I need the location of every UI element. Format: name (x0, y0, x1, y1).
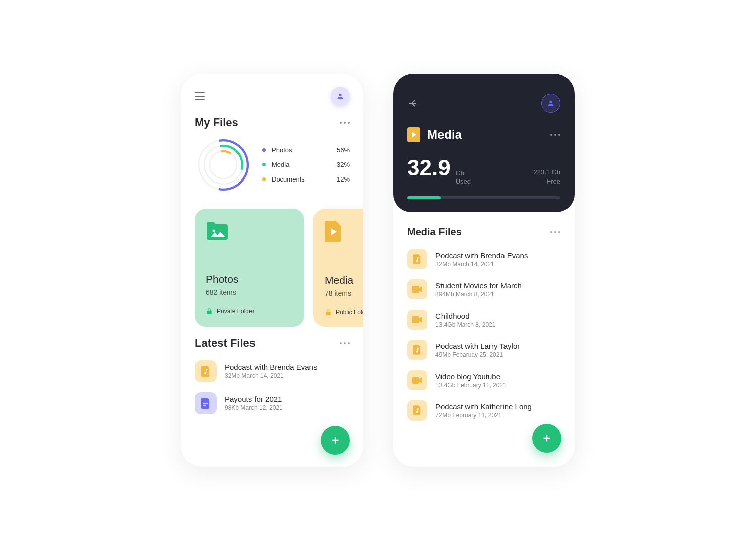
list-item[interactable]: Podcast with Brenda Evans 32Mb March 14,… (181, 355, 363, 387)
section-title: Media Files (407, 226, 462, 238)
latest-files-header: Latest Files (181, 332, 363, 353)
legend-label: Photos (272, 146, 337, 154)
audio-file-icon (407, 340, 427, 360)
file-info: Podcast with Larry Taylor49Mb Febaruay 2… (435, 342, 520, 358)
card-footer-label: Public Folder (336, 309, 363, 316)
progress-bar (407, 196, 560, 199)
progress-fill (407, 196, 441, 199)
list-item[interactable]: Podcast with Larry Taylor49Mb Febaruay 2… (393, 335, 575, 365)
file-meta: 72Mb February 11, 2021 (435, 412, 532, 419)
card-subtitle: 78 items (325, 289, 363, 297)
video-file-icon (407, 310, 427, 330)
file-meta: 98Kb March 12, 2021 (225, 404, 283, 411)
usage-chart-row: Photos 56% Media 32% Documents 12% (181, 132, 363, 204)
file-info: Student Movies for March894Mb March 8, 2… (435, 281, 522, 298)
file-name: Payouts for 2021 (225, 395, 283, 403)
add-button[interactable] (532, 424, 561, 453)
card-footer: Public Folder (325, 309, 363, 316)
svg-rect-11 (412, 377, 419, 384)
play-file-icon (325, 221, 363, 244)
audio-file-icon (195, 360, 217, 382)
legend-label: Media (272, 161, 337, 168)
file-info: Podcast with Katherine Long72Mb February… (435, 402, 532, 419)
document-file-icon (195, 392, 217, 414)
list-item[interactable]: Childhood13.4Gb March 8, 2021 (393, 305, 575, 335)
file-name: Student Movies for March (435, 281, 522, 290)
latest-files-list: Podcast with Brenda Evans 32Mb March 14,… (181, 353, 363, 419)
list-item[interactable]: Payouts for 2021 98Kb March 12, 2021 (181, 387, 363, 419)
profile-button[interactable] (541, 94, 560, 113)
svg-point-3 (201, 142, 245, 187)
my-files-header: My Files (181, 111, 363, 132)
plus-icon (330, 435, 341, 446)
unlock-icon (325, 309, 332, 316)
file-meta: 13.4Gb March 8, 2021 (435, 321, 495, 328)
more-icon[interactable] (340, 122, 350, 124)
media-card[interactable]: Media 78 items Public Folder (313, 209, 363, 327)
legend-value: 12% (337, 175, 350, 183)
svg-point-5 (208, 149, 239, 181)
list-item[interactable]: Student Movies for March894Mb March 8, 2… (393, 274, 575, 305)
menu-icon[interactable] (195, 92, 205, 100)
legend-value: 56% (337, 146, 350, 154)
card-title: Photos (206, 273, 293, 285)
file-name: Podcast with Brenda Evans (435, 251, 528, 260)
file-name: Podcast with Larry Taylor (435, 342, 520, 350)
audio-file-icon (407, 249, 427, 269)
file-info: Payouts for 2021 98Kb March 12, 2021 (225, 395, 283, 411)
more-icon[interactable] (340, 342, 350, 344)
list-item[interactable]: Podcast with Katherine Long72Mb February… (393, 395, 575, 426)
file-name: Childhood (435, 312, 495, 320)
topbar (407, 94, 560, 113)
more-icon[interactable] (550, 134, 560, 136)
media-hero: Media 32.9 Gb Used 223.1 Gb Free (393, 74, 575, 213)
free-text: Free (534, 177, 561, 186)
legend-item-documents: Documents 12% (262, 172, 350, 187)
legend-item-photos: Photos 56% (262, 143, 350, 157)
user-icon (547, 99, 555, 107)
dot-icon (262, 177, 266, 181)
usage-legend: Photos 56% Media 32% Documents 12% (262, 143, 350, 187)
card-title: Media (325, 274, 363, 286)
list-item[interactable]: Video blog Youtube13.4Gb February 11, 20… (393, 365, 575, 395)
file-info: Podcast with Brenda Evans 32Mb March 14,… (225, 363, 317, 379)
user-icon (336, 92, 344, 100)
media-files-list: Podcast with Brenda Evans32Mb March 14, … (393, 242, 575, 428)
file-name: Podcast with Katherine Long (435, 402, 532, 411)
media-title-row: Media (407, 127, 560, 142)
svg-point-4 (210, 151, 237, 178)
add-button[interactable] (321, 426, 350, 455)
file-meta: 32Mb March 14, 2021 (435, 261, 528, 268)
play-file-icon (407, 127, 420, 142)
my-files-screen: My Files Photos 56% Media 32% (181, 74, 363, 467)
svg-rect-8 (203, 405, 206, 406)
legend-item-media: Media 32% (262, 157, 350, 172)
file-info: Podcast with Brenda Evans32Mb March 14, … (435, 251, 528, 268)
free-label: 223.1 Gb Free (534, 168, 561, 186)
back-button[interactable] (407, 97, 419, 109)
storage-usage: 32.9 Gb Used 223.1 Gb Free (407, 155, 560, 187)
section-title: Latest Files (195, 337, 256, 350)
svg-rect-10 (412, 316, 419, 323)
plus-icon (541, 433, 552, 444)
more-icon[interactable] (550, 231, 560, 233)
used-label: Gb Used (456, 169, 471, 187)
audio-file-icon (407, 400, 427, 421)
lock-icon (206, 308, 213, 315)
used-value: 32.9 (407, 155, 451, 181)
file-name: Podcast with Brenda Evans (225, 363, 317, 371)
file-meta: 13.4Gb February 11, 2021 (435, 382, 507, 389)
svg-rect-7 (203, 403, 208, 404)
file-meta: 49Mb Febaruay 25, 2021 (435, 351, 520, 358)
video-file-icon (407, 370, 427, 390)
legend-label: Documents (272, 175, 337, 183)
donut-chart (195, 136, 252, 194)
list-item[interactable]: Podcast with Brenda Evans32Mb March 14, … (393, 244, 575, 274)
svg-rect-9 (412, 286, 419, 293)
photos-card[interactable]: Photos 682 items Private Folder (195, 209, 304, 327)
file-meta: 32Mb March 14, 2021 (225, 372, 317, 379)
profile-button[interactable] (331, 87, 350, 106)
used-unit: Gb (456, 169, 471, 178)
category-cards: Photos 682 items Private Folder Media 78… (181, 204, 363, 332)
legend-value: 32% (337, 161, 350, 168)
